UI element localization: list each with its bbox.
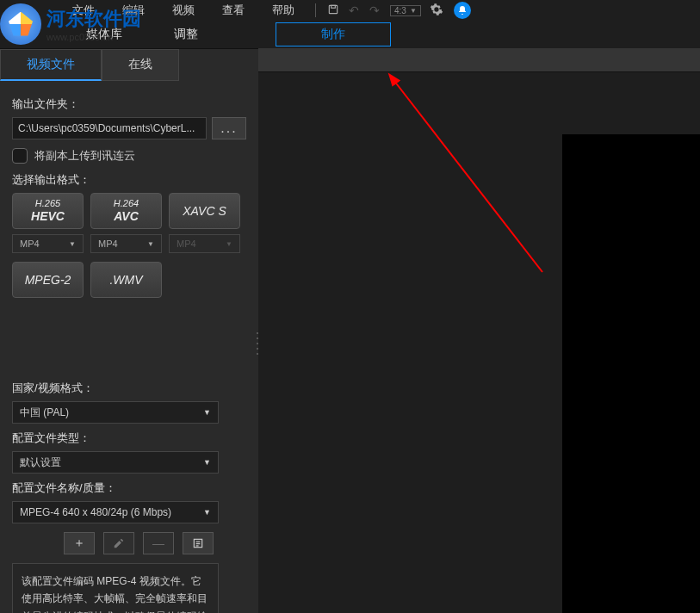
settings-icon[interactable]: [426, 3, 447, 19]
preview-area: [258, 48, 700, 613]
save-icon[interactable]: [323, 3, 344, 18]
settings-scroll-area[interactable]: 国家/视频格式： 中国 (PAL)▼ 配置文件类型： 默认设置▼ 配置文件名称/…: [12, 374, 255, 613]
svg-rect-0: [329, 5, 337, 13]
country-label: 国家/视频格式：: [12, 381, 246, 396]
profile-details-button[interactable]: [183, 532, 214, 554]
annotation-arrow: [387, 74, 560, 293]
profile-description: 该配置文件编码 MPEG-4 视频文件。它使用高比特率、大帧幅、完全帧速率和目前…: [12, 563, 219, 613]
menu-help[interactable]: 帮助: [258, 3, 308, 18]
country-select[interactable]: 中国 (PAL)▼: [12, 401, 219, 424]
output-folder-input[interactable]: [12, 117, 207, 139]
format-xavcs-button[interactable]: XAVC S: [169, 193, 240, 229]
container-select-2[interactable]: MP4▼: [90, 234, 162, 253]
remove-profile-button[interactable]: —: [143, 532, 174, 554]
upload-cloud-checkbox[interactable]: [12, 148, 28, 164]
notification-bell-icon[interactable]: [454, 2, 471, 19]
redo-icon[interactable]: ↷: [364, 3, 385, 17]
menu-view[interactable]: 查看: [208, 3, 258, 18]
format-avc-button[interactable]: H.264AVC: [90, 193, 162, 229]
browse-button[interactable]: ...: [212, 117, 246, 139]
svg-rect-1: [331, 5, 336, 8]
video-preview: [562, 134, 700, 613]
tab-produce[interactable]: 制作: [276, 22, 391, 46]
menu-edit[interactable]: 编辑: [108, 3, 158, 18]
add-profile-button[interactable]: ＋: [64, 532, 95, 554]
menu-file[interactable]: 文件: [59, 3, 108, 18]
profile-name-select[interactable]: MPEG-4 640 x 480/24p (6 Mbps)▼: [12, 501, 219, 523]
tab-library[interactable]: 媒体库: [60, 22, 148, 47]
profile-name-label: 配置文件名称/质量：: [12, 480, 246, 496]
svg-line-6: [394, 81, 542, 272]
edit-profile-button[interactable]: [103, 532, 134, 554]
aspect-ratio-selector[interactable]: 4:3▼: [390, 5, 421, 16]
format-wmv-button[interactable]: .WMV: [90, 262, 162, 298]
output-folder-label: 输出文件夹：: [12, 96, 246, 112]
preview-topbar: [258, 48, 700, 72]
menu-bar: 文件 编辑 视频 查看 帮助 ↶ ↷ 4:3▼: [0, 0, 700, 21]
profile-type-label: 配置文件类型：: [12, 430, 246, 446]
output-format-label: 选择输出格式：: [12, 172, 246, 188]
panel-resize-grip[interactable]: [257, 331, 262, 356]
subtab-video-file[interactable]: 视频文件: [0, 49, 102, 81]
upload-cloud-label: 将副本上传到讯连云: [34, 148, 135, 164]
subtab-online[interactable]: 在线: [102, 49, 179, 81]
tab-adjust[interactable]: 调整: [148, 22, 224, 47]
container-select-3: MP4▼: [169, 234, 240, 253]
undo-icon[interactable]: ↶: [344, 3, 364, 17]
format-hevc-button[interactable]: H.265HEVC: [12, 193, 84, 229]
left-panel: 视频文件 在线 输出文件夹： ... 将副本上传到讯连云 选择输出格式： H.2…: [0, 48, 258, 613]
profile-type-select[interactable]: 默认设置▼: [12, 451, 219, 474]
menu-video[interactable]: 视频: [158, 3, 208, 18]
container-select-1[interactable]: MP4▼: [12, 234, 84, 253]
workspace-tabs: 媒体库 调整 制作: [0, 21, 700, 48]
format-mpeg2-button[interactable]: MPEG-2: [12, 262, 84, 298]
